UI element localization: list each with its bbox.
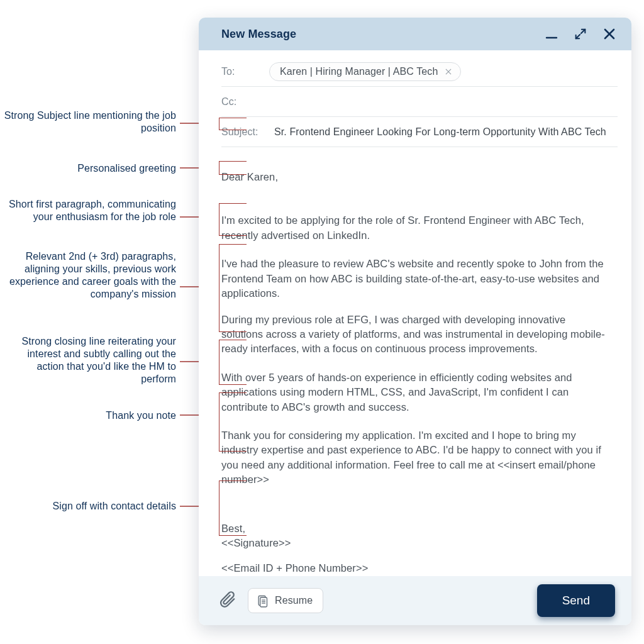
- chip-remove-icon[interactable]: [444, 67, 453, 76]
- paragraph-5: Thank you for considering my application…: [221, 428, 610, 487]
- attachment-chip[interactable]: Resume: [248, 588, 323, 613]
- annotation-signoff: Sign off with contact details: [0, 500, 176, 513]
- annotation-thank-you: Thank you note: [0, 409, 176, 422]
- attachment-label: Resume: [275, 595, 313, 606]
- to-row[interactable]: To: Karen | Hiring Manager | ABC Tech: [221, 57, 618, 87]
- recipient-chip[interactable]: Karen | Hiring Manager | ABC Tech: [269, 62, 461, 81]
- annotation-greeting: Personalised greeting: [0, 162, 176, 175]
- paragraph-2: I've had the pleasure to review ABC's we…: [221, 257, 610, 301]
- minimize-icon[interactable]: [543, 26, 560, 42]
- subject-row[interactable]: Subject: Sr. Frontend Engineer Looking F…: [221, 117, 618, 147]
- cc-row[interactable]: Cc:: [221, 87, 618, 117]
- bottom-bar: Resume Send: [199, 576, 631, 625]
- signoff-best: Best,: [221, 521, 610, 536]
- to-label: To:: [221, 66, 260, 77]
- paragraph-3: During my previous role at EFG, I was ch…: [221, 313, 610, 357]
- close-icon[interactable]: [601, 26, 618, 42]
- header-fields: To: Karen | Hiring Manager | ABC Tech Cc…: [199, 50, 631, 147]
- expand-icon[interactable]: [572, 26, 589, 42]
- cc-label: Cc:: [221, 96, 260, 108]
- diagram-stage: Strong Subject line mentioning the job p…: [0, 0, 644, 644]
- subject-text: Sr. Frontend Engineer Looking For Long-t…: [274, 126, 606, 138]
- window-title: New Message: [221, 28, 296, 41]
- annotation-body-paragraphs: Relevant 2nd (+ 3rd) paragraphs, alignin…: [0, 250, 176, 301]
- annotation-closing-line: Strong closing line reiterating your int…: [0, 335, 176, 386]
- recipient-chip-text: Karen | Hiring Manager | ABC Tech: [280, 66, 438, 77]
- paragraph-1: I'm excited to be applying for the role …: [221, 213, 610, 243]
- annotation-first-paragraph: Short first paragraph, communicating you…: [0, 198, 176, 223]
- svg-rect-15: [260, 597, 267, 607]
- paragraph-4: With over 5 years of hands-on experience…: [221, 370, 610, 414]
- signoff-contact: <<Email ID + Phone Number>>: [221, 561, 610, 575]
- document-icon: [256, 594, 269, 608]
- send-button[interactable]: Send: [537, 584, 615, 617]
- greeting-line: Dear Karen,: [221, 170, 610, 184]
- signoff-signature: <<Signature>>: [221, 536, 610, 550]
- subject-label: Subject:: [221, 126, 265, 138]
- paperclip-icon[interactable]: [218, 590, 236, 611]
- annotation-subject: Strong Subject line mentioning the job p…: [0, 109, 176, 135]
- message-body[interactable]: Dear Karen, I'm excited to be applying f…: [199, 147, 631, 576]
- compose-window: New Message To: [199, 18, 631, 625]
- titlebar: New Message: [199, 18, 631, 50]
